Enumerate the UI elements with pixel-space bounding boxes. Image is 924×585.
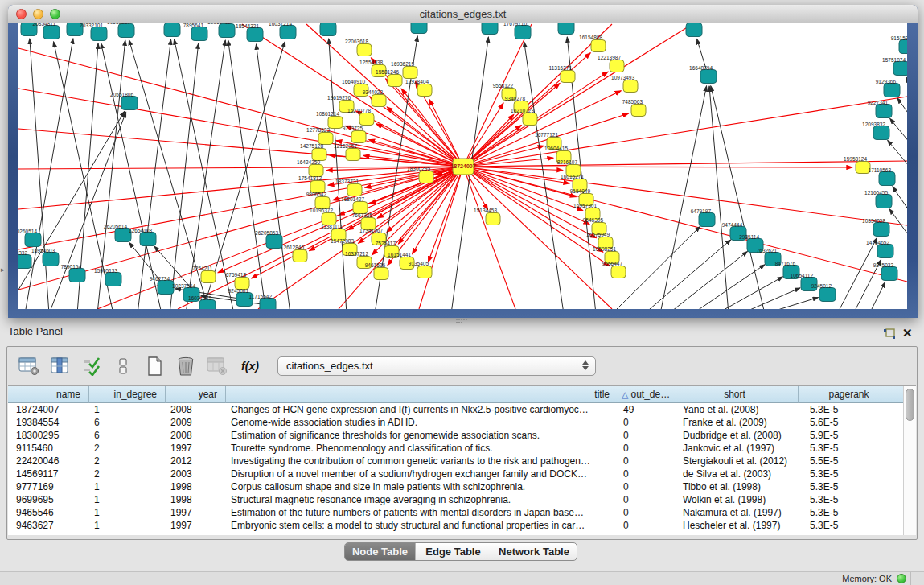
graph-node[interactable] [631,105,646,117]
graph-node[interactable] [893,62,907,76]
table-scrollbar[interactable] [903,386,916,535]
table-row[interactable]: 2242004622012Investigating the contribut… [8,455,916,468]
graph-node[interactable] [164,23,180,37]
graph-node[interactable] [388,75,402,87]
float-panel-icon[interactable] [883,328,897,340]
splitter-drag-handle[interactable] [456,319,467,324]
graph-node[interactable] [591,40,606,52]
graph-node[interactable] [877,245,893,258]
graph-node[interactable] [623,80,638,93]
graph-node[interactable] [699,213,715,227]
graph-node[interactable] [43,26,60,39]
graph-node[interactable] [819,288,836,302]
graph-node[interactable] [486,213,500,225]
show-column-icon[interactable] [48,354,72,378]
graph-node[interactable] [118,24,134,38]
table-row[interactable]: 977716911998Corpus callosum shape and si… [8,480,916,493]
graph-node[interactable] [91,27,107,41]
column-header-in_degree[interactable]: in_degree [89,386,166,403]
graph-node[interactable] [558,23,574,35]
graph-node[interactable] [199,300,216,310]
graph-node[interactable] [219,24,235,38]
graph-node[interactable] [346,149,360,161]
citation-network-graph[interactable]: 2206361812554938166409101961927610861214… [18,23,907,309]
graph-node[interactable] [700,70,717,84]
graph-node[interactable] [260,299,276,310]
table-select-dropdown[interactable]: citations_edges.txt [277,356,596,376]
table-row[interactable]: 1938455462009Genome-wide association stu… [8,416,916,429]
graph-node[interactable] [411,23,427,34]
graph-node[interactable] [403,67,417,79]
column-header-out_de[interactable]: △out_de… [618,386,676,403]
column-header-year[interactable]: year [166,386,226,403]
table-row[interactable]: 1830029562008Estimation of significance … [8,429,916,442]
graph-node[interactable] [515,26,531,39]
graph-node[interactable] [201,271,216,283]
column-header-short[interactable]: short [676,386,799,403]
panel-collapse-arrow-icon[interactable]: ▸ [1,266,5,274]
table-row[interactable]: 946554611997Estimation of the future num… [8,506,916,519]
graph-node[interactable] [43,253,59,266]
graph-node[interactable] [372,95,386,107]
graph-node[interactable] [561,71,575,83]
new-document-icon[interactable] [142,354,166,378]
graph-node[interactable] [374,268,388,280]
column-header-pagerank[interactable]: pagerank [799,386,905,403]
window-titlebar[interactable]: citations_edges.txt [8,5,918,23]
graph-node[interactable] [25,233,41,247]
graph-node[interactable] [320,23,336,36]
graph-node[interactable] [347,184,362,196]
column-header-title[interactable]: title [226,386,618,403]
graph-node[interactable] [876,105,892,118]
graph-node[interactable] [879,172,895,186]
graph-node[interactable] [280,26,296,39]
graph-node[interactable] [328,117,343,129]
merge-tables-icon[interactable] [111,354,135,378]
graph-node[interactable] [351,131,366,143]
graph-node[interactable] [357,44,372,56]
tab-network-table[interactable]: Network Table [491,543,577,560]
minimize-window-button[interactable] [33,9,43,19]
table-row[interactable]: 1456911722003Disruption of a novel membe… [8,468,916,480]
graph-node[interactable] [140,233,156,246]
graph-node[interactable] [247,28,263,42]
column-header-name[interactable]: name [8,386,89,403]
close-window-button[interactable] [16,9,27,19]
function-builder-icon[interactable]: f(x) [236,360,264,373]
graph-node[interactable] [158,281,174,295]
graph-node[interactable] [523,113,537,126]
table-row[interactable]: 1872400712008Changes of HCN gene express… [8,403,916,416]
tab-node-table[interactable]: Node Table [345,543,416,560]
graph-node[interactable] [884,84,900,97]
close-panel-icon[interactable]: ✕ [902,326,913,340]
graph-node[interactable] [293,250,307,262]
graph-node[interactable] [417,84,432,97]
table-row[interactable]: 946362711997Embryonic stem cells: a mode… [8,519,916,532]
graph-node[interactable] [482,23,498,35]
graph-node[interactable] [18,255,31,269]
graph-node[interactable] [876,195,892,208]
table-row[interactable]: 911546021997Tourette syndrome. Phenomeno… [8,442,916,455]
graph-node[interactable] [105,273,121,286]
graph-node[interactable] [611,266,626,278]
graph-node[interactable] [417,266,432,278]
table-scrollbar-thumb[interactable] [906,389,914,421]
graph-node[interactable] [873,126,889,140]
validate-checks-icon[interactable] [80,354,104,378]
graph-node[interactable] [69,269,85,282]
graph-node[interactable] [266,235,282,249]
zoom-window-button[interactable] [50,9,60,19]
graph-node[interactable] [899,40,907,54]
tab-edge-table[interactable]: Edge Table [416,543,491,560]
network-canvas[interactable]: 2206361812554938166409101961927610861214… [18,23,907,309]
table-row[interactable]: 969969511998Structural magnetic resonanc… [8,493,916,506]
graph-node[interactable] [873,223,889,237]
delete-trash-icon[interactable] [174,354,198,378]
graph-node[interactable] [191,27,207,41]
graph-node[interactable] [419,171,433,183]
graph-node[interactable] [686,23,702,37]
graph-node[interactable] [121,97,138,110]
graph-node[interactable] [610,60,624,72]
table-settings-icon[interactable] [17,354,41,378]
graph-node[interactable] [881,267,897,281]
